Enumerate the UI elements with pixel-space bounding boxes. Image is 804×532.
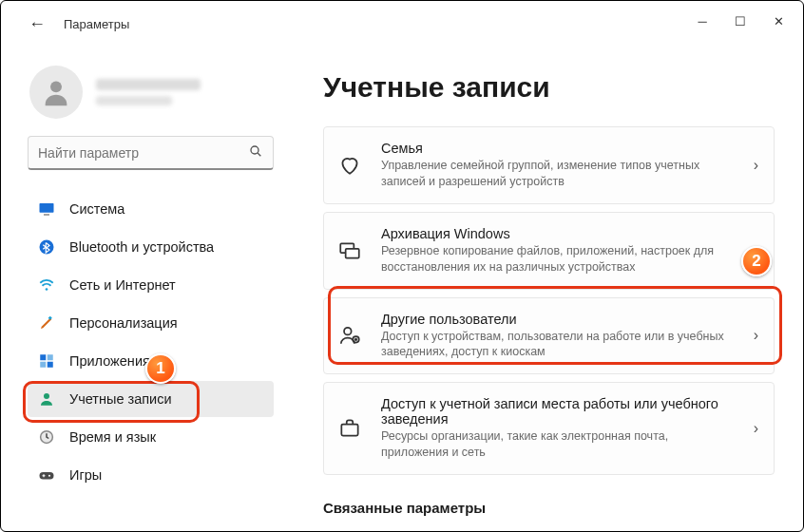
card-title: Архивация Windows: [381, 226, 737, 241]
family-icon: [335, 151, 364, 180]
sidebar-item-label: Учетные записи: [69, 391, 172, 407]
svg-rect-8: [40, 354, 46, 360]
brush-icon: [37, 314, 56, 332]
chevron-right-icon: ›: [754, 157, 758, 174]
accounts-icon: [37, 390, 56, 408]
svg-rect-3: [40, 203, 54, 213]
user-meta: [96, 79, 201, 105]
bluetooth-icon: [37, 238, 56, 256]
svg-point-18: [344, 328, 352, 335]
maximize-button[interactable]: ☐: [721, 7, 759, 35]
card-title: Доступ к учетной записи места работы или…: [381, 396, 737, 427]
briefcase-icon: [335, 414, 364, 443]
svg-point-1: [251, 146, 258, 154]
sidebar-item-network[interactable]: Сеть и Интернет: [28, 267, 274, 303]
sidebar-item-personalization[interactable]: Персонализация: [28, 305, 274, 341]
nav-list: Система Bluetooth и устройства Сеть и Ин…: [28, 191, 274, 493]
sidebar-item-bluetooth[interactable]: Bluetooth и устройства: [28, 229, 274, 265]
svg-rect-17: [346, 248, 359, 257]
search-box[interactable]: [28, 136, 274, 170]
back-button[interactable]: ←: [24, 10, 50, 37]
svg-point-15: [48, 475, 50, 477]
sidebar: Система Bluetooth и устройства Сеть и Ин…: [1, 47, 291, 531]
svg-rect-4: [44, 214, 49, 216]
chevron-right-icon: ›: [754, 327, 758, 344]
sidebar-item-label: Время и язык: [69, 429, 156, 445]
sidebar-item-apps[interactable]: Приложения: [28, 343, 274, 379]
card-family[interactable]: Семья Управление семейной группой, измен…: [323, 126, 775, 204]
svg-line-2: [258, 153, 260, 156]
svg-rect-20: [341, 425, 357, 436]
app-title: Параметры: [64, 17, 129, 31]
main-content: Учетные записи Семья Управление семейной…: [291, 47, 803, 531]
card-title: Другие пользователи: [381, 312, 737, 327]
svg-rect-14: [40, 472, 54, 480]
card-other-users[interactable]: Другие пользователи Доступ к устройствам…: [323, 297, 775, 375]
svg-rect-10: [40, 362, 46, 368]
card-desc: Резервное копирование файлов, приложений…: [381, 243, 737, 276]
page-title: Учетные записи: [323, 71, 775, 104]
window-controls: ─ ☐ ✕: [683, 7, 797, 35]
sidebar-item-system[interactable]: Система: [28, 191, 274, 227]
card-desc: Управление семейной группой, изменение т…: [381, 158, 737, 190]
card-desc: Доступ к устройствам, пользователи на ра…: [381, 329, 737, 361]
sidebar-item-label: Сеть и Интернет: [69, 277, 176, 293]
sidebar-item-label: Bluetooth и устройства: [69, 239, 214, 255]
card-title: Семья: [381, 141, 737, 156]
minimize-button[interactable]: ─: [683, 7, 721, 35]
card-backup[interactable]: Архивация Windows Резервное копирование …: [323, 212, 775, 290]
svg-rect-11: [48, 362, 53, 368]
avatar: [29, 66, 83, 119]
user-profile[interactable]: [29, 66, 274, 119]
gaming-icon: [37, 466, 56, 484]
chevron-right-icon: ›: [754, 420, 758, 437]
svg-point-6: [46, 288, 48, 291]
search-input[interactable]: [38, 145, 248, 161]
card-desc: Ресурсы организации, такие как электронн…: [381, 428, 737, 461]
apps-icon: [37, 352, 56, 370]
sidebar-item-label: Персонализация: [69, 315, 178, 331]
close-button[interactable]: ✕: [759, 7, 797, 35]
svg-point-0: [50, 81, 62, 92]
other-users-icon: [335, 321, 364, 350]
sidebar-item-gaming[interactable]: Игры: [28, 457, 274, 493]
sidebar-item-time-language[interactable]: Время и язык: [28, 419, 274, 455]
svg-rect-9: [48, 354, 53, 360]
backup-icon: [335, 237, 364, 265]
sidebar-item-label: Игры: [69, 467, 102, 483]
sidebar-item-label: Система: [69, 201, 124, 217]
card-work-school[interactable]: Доступ к учетной записи места работы или…: [323, 382, 775, 475]
svg-point-12: [44, 393, 49, 399]
chevron-right-icon: ›: [754, 242, 758, 259]
system-icon: [37, 200, 56, 218]
sidebar-item-accounts[interactable]: Учетные записи: [28, 381, 274, 417]
clock-icon: [37, 428, 56, 446]
related-params-heading: Связанные параметры: [323, 500, 775, 516]
sidebar-item-label: Приложения: [69, 353, 150, 369]
wifi-icon: [37, 276, 56, 294]
search-icon: [248, 143, 263, 162]
